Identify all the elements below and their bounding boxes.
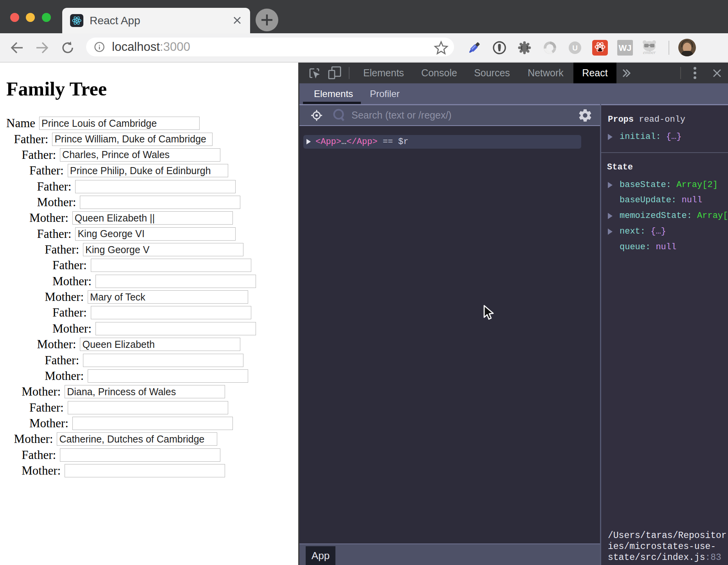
svg-text:ember: ember [643,49,656,55]
svg-text:U: U [572,44,578,52]
svg-text:WJ: WJ [619,43,632,53]
